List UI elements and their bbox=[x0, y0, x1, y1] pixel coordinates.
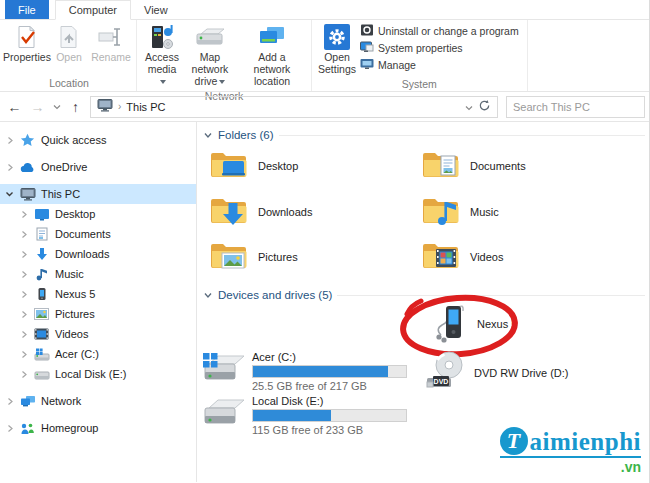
chevron-right-icon[interactable] bbox=[19, 270, 28, 279]
desktop-icon bbox=[33, 206, 50, 222]
ribbon-tab-bar: File Computer View bbox=[0, 0, 649, 20]
rename-icon bbox=[98, 24, 124, 50]
sidebar-item-downloads[interactable]: Downloads bbox=[0, 244, 196, 264]
search-input[interactable] bbox=[507, 101, 644, 113]
sidebar-item-onedrive[interactable]: OneDrive bbox=[0, 157, 196, 177]
chevron-right-icon[interactable] bbox=[19, 370, 28, 379]
sidebar-item-documents[interactable]: Documents bbox=[0, 224, 196, 244]
rename-button[interactable]: Rename bbox=[90, 22, 132, 65]
tab-computer[interactable]: Computer bbox=[55, 0, 131, 20]
open-icon bbox=[58, 24, 80, 50]
ribbon-group-location: Properties Open Rename Location bbox=[2, 20, 137, 91]
uninstall-program-button[interactable]: Uninstall or change a program bbox=[360, 24, 519, 38]
open-button[interactable]: Open bbox=[48, 22, 90, 65]
access-media-button[interactable]: Access media bbox=[141, 22, 183, 89]
sidebar-item-homegroup[interactable]: Homegroup bbox=[0, 418, 196, 438]
drive-item-dvd-rw-d[interactable]: DVD DVD RW Drive (D:) bbox=[425, 350, 569, 396]
chevron-right-icon[interactable] bbox=[19, 350, 28, 359]
tab-file[interactable]: File bbox=[5, 0, 49, 19]
recent-locations-dropdown[interactable] bbox=[50, 96, 63, 118]
this-pc-icon bbox=[19, 186, 36, 202]
tab-view[interactable]: View bbox=[131, 0, 181, 19]
map-network-drive-button[interactable]: Map network drive bbox=[183, 22, 237, 89]
chevron-right-icon[interactable] bbox=[19, 210, 28, 219]
system-properties-icon bbox=[360, 41, 374, 55]
videos-folder-icon bbox=[421, 239, 461, 275]
chevron-right-icon[interactable] bbox=[19, 250, 28, 259]
pictures-folder-icon bbox=[209, 239, 249, 275]
drive-item-acer-c[interactable]: Acer (C:) 25.5 GB free of 217 GB bbox=[201, 350, 407, 392]
downloads-folder-icon bbox=[209, 194, 249, 230]
folders-section-header[interactable]: Folders (6) bbox=[203, 129, 645, 141]
manage-icon bbox=[360, 58, 374, 72]
svg-text:DVD: DVD bbox=[434, 378, 449, 385]
ribbon-group-system: Open Settings Uninstall or change a prog… bbox=[312, 20, 528, 91]
folder-item-desktop[interactable]: Desktop bbox=[209, 148, 298, 184]
add-network-location-button[interactable]: Add a network location bbox=[237, 22, 307, 89]
downloads-icon bbox=[33, 246, 50, 262]
section-collapse-icon bbox=[203, 291, 213, 300]
sidebar-item-this-pc[interactable]: This PC bbox=[0, 184, 196, 204]
refresh-icon[interactable] bbox=[478, 99, 491, 114]
properties-icon bbox=[16, 24, 38, 50]
homegroup-icon bbox=[19, 420, 36, 436]
chevron-right-icon[interactable] bbox=[5, 397, 14, 406]
chevron-right-icon[interactable] bbox=[5, 163, 14, 172]
documents-folder-icon bbox=[421, 148, 461, 184]
address-box[interactable]: › This PC bbox=[90, 96, 498, 118]
ribbon: Properties Open Rename Location bbox=[0, 20, 649, 92]
folder-item-documents[interactable]: Documents bbox=[421, 148, 526, 184]
folder-item-music[interactable]: Music bbox=[421, 194, 499, 230]
drive-item-local-disk-e[interactable]: Local Disk (E:) 115 GB free of 233 GB bbox=[201, 394, 407, 436]
quick-access-star-icon bbox=[19, 132, 36, 148]
system-properties-button[interactable]: System properties bbox=[360, 41, 519, 55]
videos-icon bbox=[33, 326, 50, 342]
desktop-folder-icon bbox=[209, 148, 249, 184]
sidebar-item-network[interactable]: Network bbox=[0, 391, 196, 411]
back-button[interactable]: ← bbox=[4, 96, 25, 118]
up-button[interactable]: ↑ bbox=[65, 96, 86, 118]
music-note-icon bbox=[33, 266, 50, 282]
add-network-location-icon bbox=[257, 24, 287, 50]
documents-icon bbox=[33, 226, 50, 242]
address-dropdown-icon[interactable] bbox=[465, 101, 473, 113]
forward-button[interactable]: → bbox=[27, 96, 48, 118]
sidebar-item-nexus-5[interactable]: Nexus 5 bbox=[0, 284, 196, 304]
hard-drive-icon bbox=[33, 366, 50, 382]
breadcrumb-separator-icon: › bbox=[118, 101, 121, 112]
sidebar-item-local-disk-e[interactable]: Local Disk (E:) bbox=[0, 364, 196, 384]
folder-item-pictures[interactable]: Pictures bbox=[209, 239, 298, 275]
chevron-down-icon[interactable] bbox=[5, 190, 14, 198]
sidebar-item-acer-c[interactable]: Acer (C:) bbox=[0, 344, 196, 364]
network-icon bbox=[19, 393, 36, 409]
chevron-right-icon[interactable] bbox=[19, 310, 28, 319]
free-space-label: 25.5 GB free of 217 GB bbox=[252, 380, 407, 392]
chevron-right-icon[interactable] bbox=[5, 424, 14, 433]
sidebar-item-quick-access[interactable]: Quick access bbox=[0, 130, 196, 150]
taimienphi-logo-icon: T bbox=[500, 427, 528, 455]
breadcrumb-this-pc[interactable]: This PC bbox=[126, 101, 165, 113]
chevron-right-icon[interactable] bbox=[5, 136, 14, 145]
hard-drive-icon bbox=[201, 394, 245, 436]
group-label-location: Location bbox=[6, 76, 132, 91]
device-item-nexus-5[interactable]: Nexus 5 bbox=[433, 301, 517, 347]
chevron-right-icon[interactable] bbox=[19, 330, 28, 339]
sidebar-item-pictures[interactable]: Pictures bbox=[0, 304, 196, 324]
chevron-right-icon[interactable] bbox=[19, 290, 28, 299]
manage-button[interactable]: Manage bbox=[360, 58, 519, 72]
disk-usage-bar bbox=[252, 365, 407, 378]
pictures-icon bbox=[33, 306, 50, 322]
sidebar-item-music[interactable]: Music bbox=[0, 264, 196, 284]
open-settings-button[interactable]: Open Settings bbox=[316, 22, 358, 77]
system-drive-windows-icon bbox=[201, 350, 245, 392]
folder-item-downloads[interactable]: Downloads bbox=[209, 194, 312, 230]
sidebar-item-videos[interactable]: Videos bbox=[0, 324, 196, 344]
devices-section-header[interactable]: Devices and drives (5) bbox=[203, 289, 645, 301]
portable-media-player-icon bbox=[433, 301, 467, 347]
chevron-right-icon[interactable] bbox=[19, 230, 28, 239]
settings-gear-icon bbox=[324, 24, 350, 50]
sidebar-item-desktop[interactable]: Desktop bbox=[0, 204, 196, 224]
properties-button[interactable]: Properties bbox=[6, 22, 48, 65]
group-label-system: System bbox=[316, 77, 523, 92]
folder-item-videos[interactable]: Videos bbox=[421, 239, 503, 275]
